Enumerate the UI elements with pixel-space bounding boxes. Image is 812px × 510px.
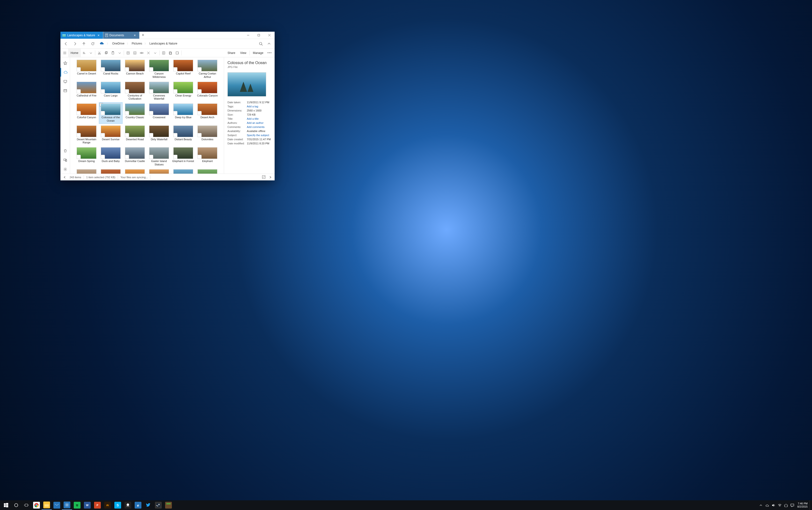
tray-onedrive-icon[interactable] bbox=[764, 500, 770, 510]
file-item[interactable]: ✓Dream Spring bbox=[75, 146, 98, 167]
tray-power-icon[interactable] bbox=[783, 500, 789, 510]
file-item[interactable]: ✓Desert Mountain Range bbox=[75, 124, 98, 146]
refresh-button[interactable] bbox=[89, 40, 97, 48]
recycle-bin-rail[interactable] bbox=[60, 146, 70, 155]
file-item[interactable]: ✓Floating Away bbox=[172, 168, 195, 174]
delete-dropdown[interactable] bbox=[152, 49, 158, 57]
taskbar-app-illustrator[interactable]: Ai bbox=[103, 500, 113, 510]
taskbar-app-twitter[interactable] bbox=[143, 500, 153, 510]
share-tab[interactable]: Share bbox=[225, 49, 238, 57]
file-item[interactable]: ✓Deep Icy Blue bbox=[172, 103, 195, 123]
file-item[interactable]: ✓Dolomites bbox=[196, 124, 219, 146]
meta-value[interactable]: Add an author bbox=[247, 121, 271, 124]
taskbar-app-settings[interactable] bbox=[62, 500, 72, 510]
minimize-button[interactable] bbox=[243, 32, 253, 39]
file-item[interactable]: ✓Capitol Reef bbox=[172, 59, 195, 80]
taskbar-app-steam[interactable] bbox=[153, 500, 164, 510]
move-to-button[interactable] bbox=[125, 49, 132, 57]
file-item[interactable]: ✓Final14 bbox=[147, 168, 171, 174]
file-item[interactable]: ✓Colorado Canyon bbox=[196, 81, 219, 102]
onedrive-rail[interactable] bbox=[60, 68, 70, 77]
copy-button[interactable] bbox=[103, 49, 110, 57]
file-item[interactable]: ✓Cathedral of Fire bbox=[75, 81, 98, 102]
taskbar-app-spotify[interactable] bbox=[72, 500, 82, 510]
taskbar-app-explorer[interactable] bbox=[41, 500, 52, 510]
meta-value[interactable]: Add a tag bbox=[247, 105, 271, 108]
taskbar-app-powerpoint[interactable]: P bbox=[92, 500, 103, 510]
libraries-rail[interactable] bbox=[60, 86, 70, 95]
file-item[interactable]: ✓Duck and Baby bbox=[99, 146, 122, 167]
delete-button[interactable] bbox=[145, 49, 152, 57]
clock[interactable]: 7:46 PM 8/2/2015 bbox=[795, 502, 810, 508]
home-tab[interactable]: Home bbox=[68, 49, 81, 57]
new-folder-button[interactable] bbox=[160, 49, 167, 57]
copy-to-button[interactable] bbox=[132, 49, 138, 57]
taskbar-app-word[interactable]: W bbox=[82, 500, 92, 510]
maximize-button[interactable] bbox=[253, 32, 264, 39]
file-item[interactable]: ✓Dunnottar Castle bbox=[123, 146, 146, 167]
show-desktop-button[interactable] bbox=[810, 500, 811, 510]
file-item[interactable]: ✓Flowers in Forest bbox=[196, 168, 219, 174]
paste-button[interactable] bbox=[110, 49, 116, 57]
file-item[interactable]: ✓Desert Arch bbox=[196, 103, 219, 123]
file-item[interactable]: ✓Country Classic bbox=[123, 103, 146, 123]
tray-notifications-icon[interactable] bbox=[789, 500, 795, 510]
sort-button[interactable] bbox=[81, 49, 88, 57]
file-item[interactable]: ✓Carreg Coetan Arthur bbox=[196, 59, 219, 80]
new-item-button[interactable] bbox=[167, 49, 174, 57]
ribbon-toggle-button[interactable] bbox=[265, 40, 273, 48]
file-item[interactable]: ✓Camel in Desert bbox=[75, 59, 98, 80]
forward-button[interactable] bbox=[71, 40, 79, 48]
taskbar-app-github[interactable] bbox=[123, 500, 133, 510]
sort-dropdown[interactable] bbox=[88, 49, 94, 57]
file-item[interactable]: ✓Centuries of Civilization bbox=[123, 81, 146, 102]
file-item[interactable]: ✓Colossus of the Ocean bbox=[99, 103, 122, 123]
tab[interactable]: Documents× bbox=[103, 32, 140, 39]
taskbar-app-minecraft[interactable] bbox=[164, 500, 174, 510]
paste-dropdown[interactable] bbox=[116, 49, 123, 57]
cut-button[interactable] bbox=[96, 49, 103, 57]
file-grid[interactable]: ✓Camel in Desert✓Canal Rocks✓Cannon Beac… bbox=[70, 57, 224, 174]
tray-volume-icon[interactable] bbox=[770, 500, 777, 510]
properties-button[interactable] bbox=[174, 49, 181, 57]
view-details-button[interactable] bbox=[262, 175, 265, 179]
back-button[interactable] bbox=[62, 40, 70, 48]
up-button[interactable] bbox=[80, 40, 88, 48]
breadcrumb[interactable]: 〉 OneDrive〉Pictures〉Landscapes & Nature bbox=[99, 42, 177, 46]
quick-access-rail[interactable] bbox=[60, 59, 70, 67]
file-item[interactable]: ✓Distant Beauty bbox=[172, 124, 195, 146]
taskbar-app-skype[interactable]: S bbox=[113, 500, 123, 510]
rename-button[interactable] bbox=[138, 49, 145, 57]
tab[interactable]: Landscapes & Nature× bbox=[60, 32, 103, 39]
close-button[interactable] bbox=[264, 32, 274, 39]
file-item[interactable]: ✓Cannon Beach bbox=[123, 59, 146, 80]
view-tab[interactable]: View bbox=[238, 49, 249, 57]
file-item[interactable]: ✓Deserted Road bbox=[123, 124, 146, 146]
file-item[interactable]: ✓Easter Island Statues bbox=[147, 146, 171, 167]
meta-value[interactable]: Add comments bbox=[247, 125, 271, 129]
file-item[interactable]: ✓Expansive Cliff bbox=[99, 168, 122, 174]
file-item[interactable]: ✓Canal Rocks bbox=[99, 59, 122, 80]
tab-close[interactable]: × bbox=[96, 33, 100, 37]
devices-rail[interactable] bbox=[60, 156, 70, 165]
file-item[interactable]: ✓Crowsnest bbox=[147, 103, 171, 123]
more-button[interactable]: ••• bbox=[266, 49, 274, 57]
file-item[interactable]: ✓Canyon Wilderness bbox=[147, 59, 171, 80]
file-item[interactable]: ✓Dirty Waterfall bbox=[147, 124, 171, 146]
file-item[interactable]: ✓Eurasian Red bbox=[75, 168, 98, 174]
manage-tab[interactable]: Manage bbox=[251, 49, 266, 57]
settings-rail[interactable] bbox=[60, 165, 70, 174]
taskview-button[interactable] bbox=[21, 500, 31, 510]
tray-overflow[interactable] bbox=[758, 500, 764, 510]
cortana-button[interactable] bbox=[11, 500, 21, 510]
file-item[interactable]: ✓Cevennes Waterfall bbox=[147, 81, 171, 102]
file-item[interactable]: ✓Desert Sunrise bbox=[99, 124, 122, 146]
new-tab-button[interactable]: + bbox=[140, 32, 147, 39]
file-item[interactable]: ✓Elephant bbox=[196, 146, 219, 167]
file-item[interactable]: ✓Cavo Largo bbox=[99, 81, 122, 102]
taskbar-app-mail[interactable] bbox=[52, 500, 62, 510]
status-prev[interactable] bbox=[62, 176, 67, 178]
this-pc-rail[interactable] bbox=[60, 77, 70, 86]
taskbar-app-edge[interactable]: e bbox=[133, 500, 143, 510]
meta-value[interactable]: Specify the subject bbox=[247, 134, 271, 137]
